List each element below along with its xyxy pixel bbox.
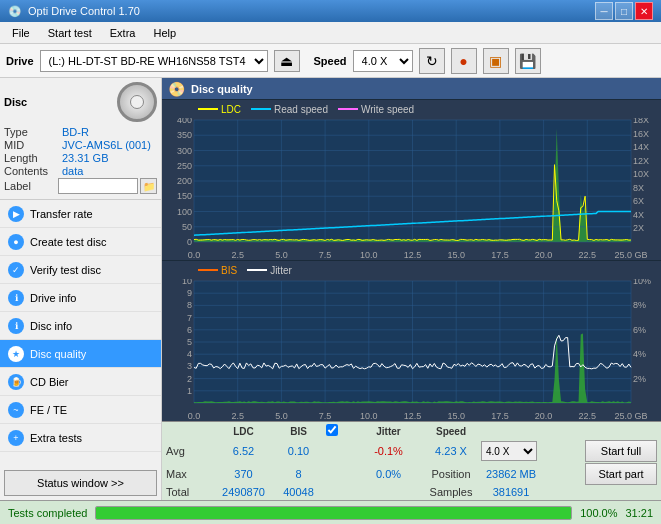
max-bis: 8: [271, 468, 326, 480]
nav-cd-bier-label: CD Bier: [30, 376, 69, 388]
save-button[interactable]: 💾: [515, 48, 541, 74]
drive-select[interactable]: (L:) HL-DT-ST BD-RE WH16NS58 TST4: [40, 50, 268, 72]
nav-disc-info[interactable]: ℹ Disc info: [0, 312, 161, 340]
svg-text:3: 3: [187, 361, 192, 371]
verify-test-disc-icon: ✓: [8, 262, 24, 278]
status-window-button[interactable]: Status window >>: [4, 470, 157, 496]
ldc-chart-plot: 0.02.55.07.510.012.515.017.520.022.525.0…: [162, 118, 661, 260]
avg-bis: 0.10: [271, 445, 326, 457]
read-speed-legend-item: Read speed: [251, 104, 328, 115]
nav-cd-bier[interactable]: 🍺 CD Bier: [0, 368, 161, 396]
scan-button[interactable]: ▣: [483, 48, 509, 74]
eject-button[interactable]: ⏏: [274, 50, 300, 72]
svg-text:12.5: 12.5: [404, 411, 422, 421]
type-value: BD-R: [62, 126, 157, 138]
stats-total-row: Total 2490870 40048 Samples 381691: [166, 486, 657, 498]
bis-chart-svg: 0.02.55.07.510.012.515.017.520.022.525.0…: [162, 279, 661, 421]
total-bis: 40048: [271, 486, 326, 498]
burn-button[interactable]: ●: [451, 48, 477, 74]
title-bar: 💿 Opti Drive Control 1.70 ─ □ ✕: [0, 0, 661, 22]
nav-transfer-rate-label: Transfer rate: [30, 208, 93, 220]
read-speed-legend-color: [251, 108, 271, 110]
svg-text:10%: 10%: [633, 279, 651, 286]
speed-select[interactable]: 4.0 X 1.0 X 2.0 X 8.0 X: [353, 50, 413, 72]
progress-text: 100.0%: [580, 507, 617, 519]
svg-text:100: 100: [177, 207, 192, 217]
svg-text:0.0: 0.0: [188, 250, 201, 260]
write-speed-legend-color: [338, 108, 358, 110]
jitter-legend-color: [247, 269, 267, 271]
nav-create-test-disc[interactable]: ● Create test disc: [0, 228, 161, 256]
nav-fe-te[interactable]: ~ FE / TE: [0, 396, 161, 424]
total-label: Total: [166, 486, 216, 498]
bis-chart-plot: 0.02.55.07.510.012.515.017.520.022.525.0…: [162, 279, 661, 421]
svg-text:10: 10: [182, 279, 192, 286]
content-header-icon: 📀: [168, 81, 185, 97]
start-full-button[interactable]: Start full: [585, 440, 657, 462]
create-test-disc-icon: ●: [8, 234, 24, 250]
svg-text:0: 0: [187, 237, 192, 247]
avg-label: Avg: [166, 445, 216, 457]
svg-text:5.0: 5.0: [275, 250, 288, 260]
avg-jitter: -0.1%: [356, 445, 421, 457]
menu-start-test[interactable]: Start test: [40, 25, 100, 41]
nav-create-test-disc-label: Create test disc: [30, 236, 106, 248]
toolbar: Drive (L:) HL-DT-ST BD-RE WH16NS58 TST4 …: [0, 44, 661, 78]
disc-contents-row: Contents data: [4, 165, 157, 177]
position-label: Position: [421, 468, 481, 480]
svg-text:15.0: 15.0: [447, 411, 465, 421]
app-icon: 💿: [8, 5, 22, 18]
ldc-legend-label: LDC: [221, 104, 241, 115]
cd-bier-icon: 🍺: [8, 374, 24, 390]
svg-text:0.0: 0.0: [188, 411, 201, 421]
nav-extra-tests[interactable]: + Extra tests: [0, 424, 161, 452]
status-window-label: Status window >>: [37, 477, 124, 489]
menu-bar: File Start test Extra Help: [0, 22, 661, 44]
speed-select-stats[interactable]: 4.0 X: [481, 441, 537, 461]
refresh-button[interactable]: ↻: [419, 48, 445, 74]
maximize-button[interactable]: □: [615, 2, 633, 20]
content-header-title: Disc quality: [191, 83, 253, 95]
svg-text:7: 7: [187, 313, 192, 323]
disc-header: Disc: [4, 82, 157, 122]
menu-help[interactable]: Help: [145, 25, 184, 41]
svg-text:18X: 18X: [633, 118, 649, 125]
label-input[interactable]: [58, 178, 138, 194]
jitter-legend-item: Jitter: [247, 265, 292, 276]
bis-legend: BIS Jitter: [162, 261, 661, 279]
svg-text:2.5: 2.5: [231, 411, 244, 421]
svg-text:22.5: 22.5: [579, 250, 597, 260]
nav-disc-quality[interactable]: ★ Disc quality: [0, 340, 161, 368]
svg-text:8: 8: [187, 300, 192, 310]
close-button[interactable]: ✕: [635, 2, 653, 20]
nav-drive-info[interactable]: ℹ Drive info: [0, 284, 161, 312]
sidebar: Disc Type BD-R MID JVC-AMS6L (001) Lengt…: [0, 78, 162, 500]
nav-verify-test-disc[interactable]: ✓ Verify test disc: [0, 256, 161, 284]
svg-text:12X: 12X: [633, 156, 649, 166]
nav-transfer-rate[interactable]: ▶ Transfer rate: [0, 200, 161, 228]
svg-text:25.0 GB: 25.0 GB: [614, 250, 647, 260]
progress-time: 31:21: [625, 507, 653, 519]
folder-button[interactable]: 📁: [140, 178, 157, 194]
mid-value: JVC-AMS6L (001): [62, 139, 157, 151]
svg-text:8%: 8%: [633, 300, 646, 310]
action-buttons: Start full: [541, 440, 657, 462]
max-label: Max: [166, 468, 216, 480]
disc-info-icon: ℹ: [8, 318, 24, 334]
ldc-legend-item: LDC: [198, 104, 241, 115]
start-part-button[interactable]: Start part: [585, 463, 657, 485]
max-ldc: 370: [216, 468, 271, 480]
stats-avg-row: Avg 6.52 0.10 -0.1% 4.23 X 4.0 X Start f…: [166, 440, 657, 462]
svg-text:9: 9: [187, 288, 192, 298]
svg-text:250: 250: [177, 161, 192, 171]
max-jitter: 0.0%: [356, 468, 421, 480]
menu-file[interactable]: File: [4, 25, 38, 41]
svg-text:1: 1: [187, 386, 192, 396]
total-ldc: 2490870: [216, 486, 271, 498]
jitter-checkbox[interactable]: [326, 424, 338, 436]
fe-te-icon: ~: [8, 402, 24, 418]
minimize-button[interactable]: ─: [595, 2, 613, 20]
nav-disc-quality-label: Disc quality: [30, 348, 86, 360]
menu-extra[interactable]: Extra: [102, 25, 144, 41]
svg-text:10X: 10X: [633, 169, 649, 179]
